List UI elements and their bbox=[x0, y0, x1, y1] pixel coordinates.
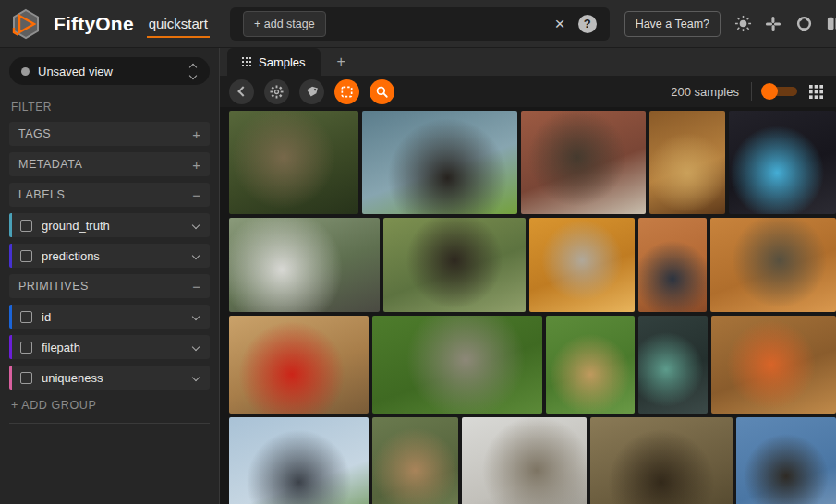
close-icon[interactable]: × bbox=[555, 15, 565, 32]
field-checkbox[interactable] bbox=[20, 220, 32, 232]
back-button[interactable] bbox=[229, 79, 254, 104]
slack-icon[interactable] bbox=[764, 15, 782, 33]
sample-black-cow[interactable] bbox=[383, 218, 526, 312]
field-color-bar bbox=[9, 366, 12, 390]
view-status-dot bbox=[21, 67, 30, 76]
field-ground_truth[interactable]: ground_truth bbox=[9, 213, 210, 237]
field-id[interactable]: id bbox=[9, 305, 210, 329]
toolbar-divider bbox=[751, 82, 752, 101]
content: Unsaved view FILTER TAGS+METADATA+LABELS… bbox=[0, 48, 836, 504]
app-title: FiftyOne bbox=[54, 13, 134, 35]
filter-groups: TAGS+METADATA+LABELS−ground_truthpredict… bbox=[9, 122, 210, 390]
sample-fighter-plane[interactable] bbox=[229, 417, 369, 504]
expand-icon[interactable]: + bbox=[192, 127, 200, 141]
sample-cat-on-counter[interactable] bbox=[462, 417, 586, 504]
github-icon[interactable] bbox=[794, 15, 813, 33]
saved-view-selector[interactable]: Unsaved view bbox=[9, 57, 210, 85]
docs-book-icon[interactable] bbox=[825, 15, 836, 33]
add-stage-button[interactable]: + add stage bbox=[243, 11, 326, 37]
slider-knob[interactable] bbox=[761, 83, 778, 100]
search-icon bbox=[375, 85, 389, 99]
field-checkbox[interactable] bbox=[20, 250, 32, 262]
chevron-down-icon[interactable] bbox=[192, 252, 200, 259]
help-icon[interactable]: ? bbox=[578, 15, 597, 33]
field-checkbox[interactable] bbox=[20, 372, 32, 384]
field-color-bar bbox=[9, 335, 12, 359]
sample-bears-sparring[interactable] bbox=[590, 417, 733, 504]
field-color-bar bbox=[9, 305, 12, 329]
grid-row bbox=[229, 111, 836, 214]
sample-cat-in-mirror[interactable] bbox=[529, 218, 635, 312]
viewbar-actions: × ? bbox=[555, 15, 597, 33]
field-label: filepath bbox=[42, 341, 193, 354]
sample-cat-on-rug[interactable] bbox=[521, 111, 646, 214]
tab-samples-label: Samples bbox=[259, 55, 306, 69]
settings-button[interactable] bbox=[264, 79, 289, 104]
sample-man-in-suit[interactable] bbox=[638, 218, 708, 312]
grid-toolbar: 200 samples bbox=[220, 76, 836, 107]
field-filepath[interactable]: filepath bbox=[9, 335, 210, 359]
filter-group-primitives[interactable]: PRIMITIVES− bbox=[9, 274, 210, 298]
fiftyone-logo-icon[interactable] bbox=[7, 7, 44, 41]
chevron-down-icon[interactable] bbox=[192, 374, 200, 381]
collapse-icon[interactable]: − bbox=[192, 280, 200, 294]
filter-group-metadata[interactable]: METADATA+ bbox=[9, 152, 210, 176]
sample-cowboy-on-horse[interactable] bbox=[362, 111, 516, 214]
chevron-left-icon bbox=[237, 86, 248, 96]
tab-bar: Samples + bbox=[220, 48, 836, 76]
filter-group-tags[interactable]: TAGS+ bbox=[9, 122, 210, 146]
sample-teddy-bear-kiss[interactable] bbox=[638, 316, 708, 414]
field-color-bar bbox=[9, 213, 12, 237]
gear-icon bbox=[270, 85, 284, 99]
field-checkbox[interactable] bbox=[20, 342, 32, 354]
field-checkbox[interactable] bbox=[20, 311, 32, 323]
grid-glyph-icon bbox=[242, 57, 251, 66]
theme-sun-icon[interactable] bbox=[733, 15, 752, 33]
sample-food-red-plate[interactable] bbox=[229, 316, 369, 414]
collapse-icon[interactable]: − bbox=[192, 188, 200, 202]
header-icon-group bbox=[733, 15, 836, 33]
field-uniqueness[interactable]: uniqueness bbox=[9, 366, 210, 390]
sidebar-divider bbox=[9, 423, 210, 424]
filter-group-labels[interactable]: LABELS− bbox=[9, 183, 210, 207]
sample-brown-bear[interactable] bbox=[546, 316, 635, 414]
grid-row bbox=[229, 316, 836, 414]
tag-icon bbox=[305, 85, 319, 99]
sample-dinner-table[interactable] bbox=[649, 111, 725, 214]
sample-game-bird-forest[interactable] bbox=[229, 111, 358, 214]
field-label: predictions bbox=[42, 249, 193, 263]
group-label: METADATA bbox=[18, 158, 192, 171]
sample-commuter-train[interactable] bbox=[229, 218, 380, 312]
search-button[interactable] bbox=[370, 79, 394, 104]
tag-button[interactable] bbox=[299, 79, 324, 104]
add-group-button[interactable]: + ADD GROUP bbox=[11, 399, 208, 412]
chevron-down-icon[interactable] bbox=[192, 343, 200, 351]
dataset-name[interactable]: quickstart bbox=[147, 10, 210, 38]
sample-pizza[interactable] bbox=[711, 316, 836, 414]
sample-cat-in-bowl[interactable] bbox=[710, 218, 836, 312]
field-label: uniqueness bbox=[42, 371, 193, 385]
field-label: id bbox=[42, 310, 193, 324]
sample-beach-cake[interactable] bbox=[729, 111, 836, 214]
fiftyone-app: FiftyOne quickstart + add stage × ? Have… bbox=[0, 0, 836, 504]
view-stage-bar[interactable]: + add stage × ? bbox=[230, 7, 610, 41]
toolbar-right: 200 samples bbox=[671, 82, 823, 101]
sample-dogs-playing[interactable] bbox=[372, 316, 542, 414]
sample-spaniel-in-car[interactable] bbox=[736, 417, 836, 504]
chevron-down-icon[interactable] bbox=[192, 222, 200, 229]
chevron-down-icon[interactable] bbox=[192, 313, 200, 320]
field-predictions[interactable]: predictions bbox=[9, 244, 210, 268]
grid-row bbox=[229, 218, 836, 312]
patches-button[interactable] bbox=[334, 79, 359, 104]
expand-icon[interactable]: + bbox=[192, 158, 200, 172]
group-label: TAGS bbox=[18, 127, 192, 140]
view-selector-label: Unsaved view bbox=[38, 65, 182, 78]
grid-zoom-slider[interactable] bbox=[764, 87, 797, 96]
tab-samples[interactable]: Samples bbox=[227, 48, 321, 76]
new-tab-button[interactable]: + bbox=[321, 54, 362, 70]
grid-size-icon[interactable] bbox=[809, 85, 823, 99]
field-label: ground_truth bbox=[42, 219, 193, 233]
sample-count: 200 samples bbox=[671, 85, 739, 99]
have-a-team-button[interactable]: Have a Team? bbox=[624, 11, 721, 37]
sample-grizzly-bear[interactable] bbox=[372, 417, 458, 504]
